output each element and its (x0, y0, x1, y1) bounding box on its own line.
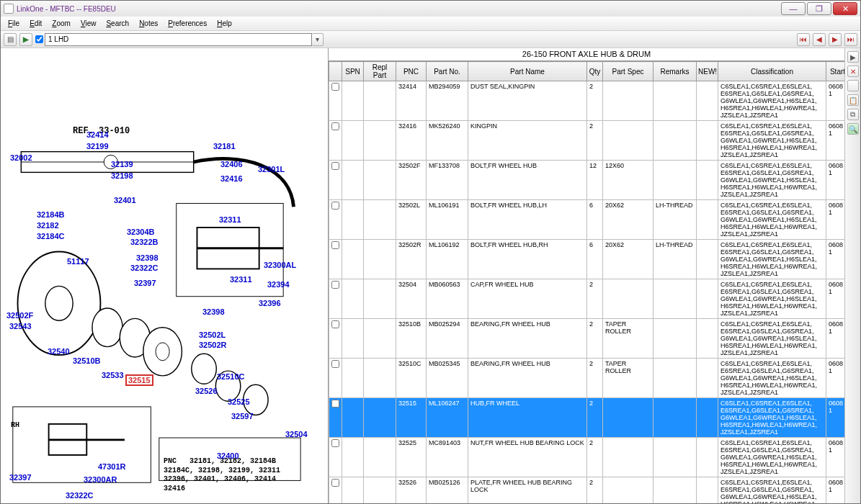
callout-32184B[interactable]: 32184B (37, 210, 65, 219)
callout-47301R[interactable]: 47301R (98, 462, 126, 471)
row-checkbox[interactable] (331, 122, 339, 130)
col-qty[interactable]: Qty (587, 62, 603, 81)
callout-32414[interactable]: 32414 (86, 130, 109, 139)
nav-next-icon[interactable]: ▶ (829, 33, 842, 46)
nav-last-icon[interactable]: ⏭ (844, 33, 857, 46)
callout-32543[interactable]: 32543 (9, 322, 32, 330)
divider[interactable] (847, 80, 859, 91)
callout-32397[interactable]: 32397 (9, 473, 32, 482)
doc-icon[interactable]: ▤ (4, 33, 17, 46)
nav-first-icon[interactable]: ⏮ (797, 33, 810, 46)
col-pnc[interactable]: PNC (396, 62, 427, 81)
binoculars-icon[interactable]: 🔍 (847, 123, 859, 135)
picker-checkbox[interactable] (35, 35, 43, 43)
callout-32525[interactable]: 32525 (228, 397, 250, 406)
callout-32510C[interactable]: 32510C (217, 372, 245, 381)
callout-32400[interactable]: 32400 (217, 451, 239, 460)
go-icon[interactable]: ▶ (19, 33, 32, 46)
clipboard-icon[interactable]: 📋 (847, 94, 859, 106)
callout-51117[interactable]: 51117 (67, 257, 89, 266)
callout-32398[interactable]: 32398 (136, 253, 159, 262)
table-row[interactable]: 32526MB025126PLATE,FR WHEEL HUB BEARING … (329, 477, 845, 504)
callout-32406[interactable]: 32406 (220, 160, 243, 168)
callout-32300AL[interactable]: 32300AL (264, 261, 296, 269)
callout-32184C[interactable]: 32184C (37, 232, 65, 240)
callout-32398[interactable]: 32398 (202, 307, 225, 316)
callout-32199[interactable]: 32199 (86, 142, 109, 150)
callout-32502R[interactable]: 32502R (199, 341, 227, 349)
row-checkbox[interactable] (331, 320, 339, 328)
table-row[interactable]: 32502LML106191BOLT,FR WHEEL HUB,LH620X62… (329, 200, 845, 240)
picker-value[interactable]: 1 LHD (45, 33, 312, 46)
callout-32396[interactable]: 32396 (259, 299, 281, 307)
callout-32540[interactable]: 32540 (48, 347, 70, 356)
col-remarks[interactable]: Remarks (653, 62, 697, 81)
callout-32002[interactable]: 32002 (10, 153, 32, 162)
close-icon[interactable]: ✕ (847, 66, 859, 77)
menu-file[interactable]: File (4, 18, 24, 29)
col-part-no-[interactable]: Part No. (427, 62, 468, 81)
table-row[interactable]: 32502FMF133708BOLT,FR WHEEL HUB1212X60C6… (329, 161, 845, 200)
table-row[interactable]: 32525MC891403NUT,FR WHEEL HUB BEARING LO… (329, 438, 845, 477)
callout-32394[interactable]: 32394 (267, 280, 290, 289)
callout-32311[interactable]: 32311 (219, 215, 241, 224)
table-row[interactable]: 32414MB294059DUST SEAL,KINGPIN2C6SLEA1,C… (329, 81, 845, 121)
table-row[interactable]: 32504MB060563CAP,FR WHEEL HUB2C6SLEA1,C6… (329, 279, 845, 319)
callout-32181[interactable]: 32181 (213, 142, 236, 150)
callout-32139[interactable]: 32139 (111, 160, 133, 168)
callout-32401[interactable]: 32401 (114, 196, 136, 204)
close-button[interactable]: ✕ (833, 2, 857, 15)
col-new-[interactable]: NEW! (697, 62, 718, 81)
col-c0[interactable] (329, 62, 342, 81)
callout-32397[interactable]: 32397 (134, 279, 156, 287)
diagram-panel[interactable]: REF. 33-010 RH PNC 32181, 32182, 32184B … (1, 48, 329, 503)
minimize-button[interactable]: — (781, 2, 806, 15)
menu-help[interactable]: Help (213, 18, 236, 29)
maximize-button[interactable]: ❐ (807, 2, 831, 15)
row-checkbox[interactable] (331, 439, 339, 447)
picker-dropdown-icon[interactable]: ▾ (312, 33, 324, 46)
table-row[interactable]: 32502RML106192BOLT,FR WHEEL HUB,RH620X62… (329, 240, 845, 279)
col-spn[interactable]: SPN (342, 62, 364, 81)
row-checkbox[interactable] (331, 83, 339, 91)
table-row[interactable]: 32510BMB025294BEARING,FR WHEEL HUB2TAPER… (329, 319, 845, 359)
arrow-right-icon[interactable]: ▶ (847, 51, 859, 63)
col-part-name[interactable]: Part Name (468, 62, 587, 81)
callout-32311[interactable]: 32311 (230, 275, 252, 284)
menu-search[interactable]: Search (102, 18, 133, 29)
callout-32502L[interactable]: 32502L (199, 330, 226, 339)
callout-32416[interactable]: 32416 (220, 174, 243, 183)
col-start[interactable]: Start (826, 62, 845, 81)
menu-zoom[interactable]: Zoom (48, 18, 75, 29)
menu-edit[interactable]: Edit (25, 18, 46, 29)
col-classification[interactable]: Classification (718, 62, 826, 81)
callout-32322B[interactable]: 32322B (130, 238, 159, 246)
row-checkbox[interactable] (331, 281, 339, 289)
row-checkbox[interactable] (331, 360, 339, 368)
menu-preferences[interactable]: Preferences (164, 18, 211, 29)
table-row[interactable]: 32510CMB025345BEARING,FR WHEEL HUB2TAPER… (329, 359, 845, 398)
callout-32504[interactable]: 32504 (285, 430, 308, 438)
callout-32502F[interactable]: 32502F (6, 311, 33, 320)
col-part-spec[interactable]: Part Spec (603, 62, 653, 81)
row-checkbox[interactable] (331, 479, 339, 487)
nav-prev-icon[interactable]: ◀ (813, 33, 826, 46)
callout-32533[interactable]: 32533 (102, 371, 124, 379)
callout-32526[interactable]: 32526 (195, 387, 218, 395)
callout-32510B[interactable]: 32510B (73, 356, 101, 365)
callout-32301L[interactable]: 32301L (258, 165, 285, 174)
menu-notes[interactable]: Notes (135, 18, 162, 29)
row-checkbox[interactable] (331, 241, 339, 249)
table-row[interactable]: 32416MK526240KINGPIN2C6SLEA1,C6SREA1,E6S… (329, 121, 845, 161)
row-checkbox[interactable] (331, 202, 339, 210)
callout-selected[interactable]: 32515 (127, 376, 152, 384)
table-row[interactable]: 32515ML106247HUB,FR WHEEL2C6SLEA1,C6SREA… (329, 398, 845, 438)
callout-32597[interactable]: 32597 (231, 412, 254, 420)
callout-32198[interactable]: 32198 (111, 171, 133, 180)
copy-icon[interactable]: ⧉ (847, 109, 859, 120)
callout-32182[interactable]: 32182 (37, 221, 59, 230)
col-repl-part[interactable]: Repl Part (364, 62, 396, 81)
row-checkbox[interactable] (331, 400, 339, 408)
callout-32300AR[interactable]: 32300AR (84, 475, 117, 484)
callout-32322C[interactable]: 32322C (66, 491, 94, 500)
